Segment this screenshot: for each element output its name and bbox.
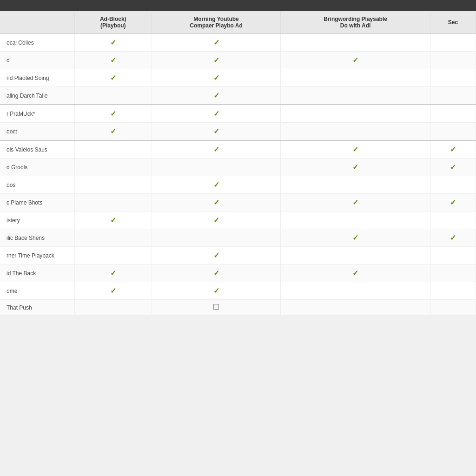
feature-label: That Push bbox=[0, 300, 74, 316]
check-icon: ✓ bbox=[213, 39, 219, 46]
check-icon: ✓ bbox=[213, 56, 219, 64]
check-icon: ✓ bbox=[352, 198, 358, 206]
check-icon: ✓ bbox=[213, 216, 219, 224]
cell-col4: ✓ bbox=[430, 229, 476, 247]
check-icon: ✓ bbox=[213, 251, 219, 259]
check-icon: ✓ bbox=[352, 56, 358, 64]
check-icon: ✓ bbox=[450, 234, 456, 242]
table-row: ooct✓✓ bbox=[0, 123, 476, 141]
feature-label: ois Valeios Saus bbox=[0, 140, 74, 159]
cell-col1: ✓ bbox=[74, 105, 152, 123]
cell-col2: ✓ bbox=[152, 176, 280, 194]
column-header-col1: Ad-Block)(Playbou) bbox=[74, 11, 152, 34]
check-icon: ✓ bbox=[352, 163, 358, 171]
cell-col1 bbox=[74, 140, 152, 159]
table-row: oos✓ bbox=[0, 176, 476, 194]
cell-col4 bbox=[430, 69, 476, 87]
cell-col2 bbox=[152, 159, 280, 176]
cell-col1: ✓ bbox=[74, 69, 152, 87]
feature-label: ooct bbox=[0, 123, 74, 141]
cell-col3 bbox=[281, 87, 430, 105]
cell-col4 bbox=[430, 123, 476, 141]
cell-col2: ✓ bbox=[152, 247, 280, 264]
cell-col1: ✓ bbox=[74, 212, 152, 229]
cell-col3 bbox=[281, 282, 430, 300]
check-icon: ✓ bbox=[110, 269, 116, 277]
cell-col1 bbox=[74, 300, 152, 316]
cell-col1 bbox=[74, 159, 152, 176]
check-icon: ✓ bbox=[450, 163, 456, 171]
check-icon: ✓ bbox=[213, 145, 219, 153]
cell-col2: ✓ bbox=[152, 194, 280, 212]
feature-label: oos bbox=[0, 176, 74, 194]
check-icon: ✓ bbox=[352, 269, 358, 277]
cell-col1: ✓ bbox=[74, 264, 152, 282]
check-icon: ✓ bbox=[213, 198, 219, 206]
table-row: ois Valeios Saus✓✓✓ bbox=[0, 140, 476, 159]
table-row: rner Time Playback✓ bbox=[0, 247, 476, 264]
check-icon: ✓ bbox=[450, 145, 456, 153]
check-icon: ✓ bbox=[213, 269, 219, 277]
check-icon: ✓ bbox=[213, 74, 219, 82]
cell-col4 bbox=[430, 247, 476, 264]
comparison-table-wrapper: Ad-Block)(Playbou)Morning YoutubeCompaer… bbox=[0, 11, 476, 316]
cell-col3 bbox=[281, 247, 430, 264]
table-row: r PraMUck*✓✓ bbox=[0, 105, 476, 123]
check-icon: ✓ bbox=[110, 74, 116, 82]
cell-col3: ✓ bbox=[281, 140, 430, 159]
cell-col3 bbox=[281, 34, 430, 52]
cell-col4 bbox=[430, 105, 476, 123]
square-icon bbox=[213, 304, 219, 310]
cell-col1: ✓ bbox=[74, 282, 152, 300]
check-icon: ✓ bbox=[352, 145, 358, 153]
check-icon: ✓ bbox=[213, 92, 219, 99]
cell-col1 bbox=[74, 194, 152, 212]
check-icon: ✓ bbox=[110, 56, 116, 64]
cell-col4 bbox=[430, 34, 476, 52]
feature-label: ilic Bace Shens bbox=[0, 229, 74, 247]
check-icon: ✓ bbox=[110, 110, 116, 118]
cell-col3 bbox=[281, 69, 430, 87]
table-row: id The Back✓✓✓ bbox=[0, 264, 476, 282]
check-icon: ✓ bbox=[110, 216, 116, 224]
cell-col2: ✓ bbox=[152, 282, 280, 300]
cell-col3: ✓ bbox=[281, 264, 430, 282]
cell-col2 bbox=[152, 229, 280, 247]
cell-col4 bbox=[430, 212, 476, 229]
page-header bbox=[0, 0, 476, 11]
check-icon: ✓ bbox=[352, 234, 358, 242]
check-icon: ✓ bbox=[110, 287, 116, 295]
cell-col2: ✓ bbox=[152, 140, 280, 159]
cell-col3 bbox=[281, 300, 430, 316]
cell-col3 bbox=[281, 105, 430, 123]
feature-label: c Plame Shots bbox=[0, 194, 74, 212]
table-row: ome✓✓ bbox=[0, 282, 476, 300]
check-icon: ✓ bbox=[213, 127, 219, 135]
check-icon: ✓ bbox=[110, 39, 116, 46]
cell-col4 bbox=[430, 282, 476, 300]
table-row: d Grools✓✓ bbox=[0, 159, 476, 176]
feature-label: d Grools bbox=[0, 159, 74, 176]
cell-col1 bbox=[74, 176, 152, 194]
table-row: c Plame Shots✓✓✓ bbox=[0, 194, 476, 212]
column-header-feature bbox=[0, 11, 74, 34]
column-header-col4: Sec bbox=[430, 11, 476, 34]
feature-label: ome bbox=[0, 282, 74, 300]
cell-col2: ✓ bbox=[152, 264, 280, 282]
cell-col4 bbox=[430, 52, 476, 69]
cell-col2: ✓ bbox=[152, 34, 280, 52]
check-icon: ✓ bbox=[213, 110, 219, 118]
cell-col2: ✓ bbox=[152, 212, 280, 229]
table-row: aling Darch Talle✓ bbox=[0, 87, 476, 105]
cell-col3: ✓ bbox=[281, 159, 430, 176]
cell-col1: ✓ bbox=[74, 34, 152, 52]
cell-col3: ✓ bbox=[281, 52, 430, 69]
feature-label: aling Darch Talle bbox=[0, 87, 74, 105]
check-icon: ✓ bbox=[213, 287, 219, 295]
feature-label: rner Time Playback bbox=[0, 247, 74, 264]
table-row: That Push bbox=[0, 300, 476, 316]
cell-col2: ✓ bbox=[152, 123, 280, 141]
column-header-col3: Bringwording PlaysableDo with Adi bbox=[281, 11, 430, 34]
check-icon: ✓ bbox=[110, 127, 116, 135]
comparison-table: Ad-Block)(Playbou)Morning YoutubeCompaer… bbox=[0, 11, 476, 316]
